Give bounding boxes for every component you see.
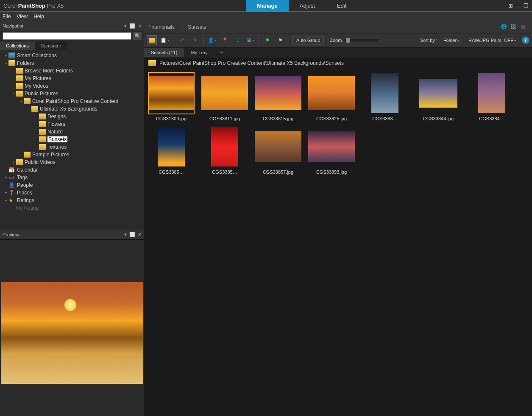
thumb-view-icon[interactable]: ▦ bbox=[521, 24, 528, 31]
tree-item-flowers[interactable]: Flowers bbox=[1, 120, 143, 128]
breadcrumb-path[interactable]: Pictures\Corel PaintShop Pro Creative Co… bbox=[159, 60, 344, 66]
tree-item-people[interactable]: 👤People bbox=[1, 181, 143, 189]
organizer-tab-sunsets[interactable]: Sunsets (11) bbox=[144, 48, 184, 57]
nav-tab-computer[interactable]: Computer bbox=[35, 42, 67, 50]
tree-item-folders[interactable]: −Folders bbox=[1, 59, 143, 67]
panel-menu-icon[interactable]: ▾ bbox=[124, 232, 127, 237]
minimize-icon[interactable]: — bbox=[515, 3, 521, 9]
tree-item-sunsets[interactable]: Sunsets bbox=[1, 136, 143, 143]
folder-view-button[interactable] bbox=[147, 35, 157, 45]
auto-group-button[interactable]: Auto Group bbox=[292, 36, 324, 44]
sort-by-label: Sort by : bbox=[420, 38, 437, 43]
navigation-title: Navigation bbox=[3, 23, 25, 28]
list-view-button[interactable]: 📋 bbox=[159, 35, 170, 45]
zoom-slider[interactable] bbox=[344, 39, 378, 42]
tree-item-places[interactable]: +📍Places bbox=[1, 189, 143, 197]
tree-item-tags[interactable]: +🏷Tags bbox=[1, 174, 143, 181]
maximize-icon[interactable]: ❐ bbox=[524, 3, 529, 9]
tree-label: Designs bbox=[47, 114, 66, 119]
tree-item-ratings[interactable]: −★Ratings bbox=[1, 197, 143, 204]
workspace-icon[interactable]: ⊞ bbox=[508, 3, 513, 9]
tree-item-textures[interactable]: Textures bbox=[1, 143, 143, 151]
preview-panel-header: Preview ▾ ⬜ ✕ bbox=[0, 230, 144, 239]
thumbnail-CGS33825-jpg[interactable]: CGS33825.jpg bbox=[306, 71, 357, 122]
panel-close-icon[interactable]: ✕ bbox=[138, 232, 142, 237]
rotate-right-button[interactable]: ↷ bbox=[189, 35, 200, 45]
image-view-icon[interactable]: 🖼 bbox=[511, 24, 518, 31]
window-controls: ⊞ — ❐ bbox=[508, 3, 532, 9]
tree-item-ultimate-x5-backgrounds[interactable]: −Ultimate X5 Backgrounds bbox=[1, 105, 143, 113]
expander-icon[interactable]: − bbox=[26, 106, 31, 112]
thumbnail-image bbox=[308, 131, 355, 162]
thumbnail-CGS33815-jpg[interactable]: CGS33815.jpg bbox=[253, 71, 304, 122]
panel-pin-icon[interactable]: ⬜ bbox=[129, 23, 135, 29]
rotate-left-button[interactable]: ↶ bbox=[177, 35, 187, 45]
crumb-folder[interactable]: Sunsets bbox=[188, 24, 206, 30]
thumbnail-CGS3385-[interactable]: CGS3385… bbox=[146, 125, 197, 175]
thumbnail-CGS33893-jpg[interactable]: CGS33893.jpg bbox=[306, 125, 357, 175]
tree-label: Tags bbox=[17, 175, 28, 180]
expander-icon[interactable]: − bbox=[3, 197, 8, 203]
tree-item-nature[interactable]: Nature bbox=[1, 128, 143, 136]
thumbnail-CGS33844-jpg[interactable]: CGS33844.jpg bbox=[413, 71, 464, 122]
expander-icon[interactable]: − bbox=[3, 60, 8, 66]
folder-icon bbox=[8, 53, 15, 58]
search-button[interactable]: 🔍 bbox=[133, 32, 142, 40]
tab-adjust[interactable]: Adjust bbox=[289, 0, 326, 11]
tree-item-designs[interactable]: Designs bbox=[1, 113, 143, 120]
thumbnail-label: CGS33857.jpg bbox=[253, 169, 303, 175]
tree-item-browse-more-folders[interactable]: Browse More Folders bbox=[1, 67, 143, 75]
preview-image[interactable] bbox=[1, 282, 143, 384]
info-icon[interactable]: i bbox=[522, 36, 529, 44]
expander-icon[interactable]: + bbox=[11, 159, 16, 165]
menu-view[interactable]: View bbox=[17, 14, 28, 19]
location-button[interactable]: 📍 bbox=[220, 35, 230, 45]
tree-item-corel-paintshop-pro-creative-content[interactable]: −Corel PaintShop Pro Creative Content bbox=[1, 97, 143, 105]
thumbnail-CGS31309-jpg[interactable]: CGS31309.jpg bbox=[146, 71, 197, 122]
expander-icon[interactable]: + bbox=[3, 53, 8, 58]
crumb-thumbnails[interactable]: Thumbnails bbox=[148, 24, 175, 30]
thumbnail-CGS33857-jpg[interactable]: CGS33857.jpg bbox=[253, 125, 304, 175]
tab-manage[interactable]: Manage bbox=[246, 0, 288, 11]
zoom-label: Zoom bbox=[330, 38, 342, 43]
menu-file[interactable]: File bbox=[3, 14, 11, 19]
flag-yellow-button[interactable]: ⚑ bbox=[275, 35, 285, 45]
expander-icon[interactable]: + bbox=[3, 175, 8, 180]
thumbnail-CGS33811-jpg[interactable]: CGS33811.jpg bbox=[199, 71, 250, 122]
nav-tab-collections[interactable]: Collections bbox=[0, 42, 35, 50]
map-view-icon[interactable]: 🌐 bbox=[501, 24, 507, 31]
flag-green-button[interactable]: ⚑ bbox=[262, 35, 273, 45]
tree-item-sample-pictures[interactable]: Sample Pictures bbox=[1, 151, 143, 158]
panel-close-icon[interactable]: ✕ bbox=[138, 23, 142, 29]
organizer-tab-add[interactable]: + bbox=[214, 47, 228, 58]
screen-button[interactable]: 🖥 bbox=[245, 35, 255, 45]
tree-item-public-videos[interactable]: +Public Videos bbox=[1, 158, 143, 166]
thumbnail-image bbox=[419, 79, 457, 108]
people-tag-button[interactable]: 👤 bbox=[207, 35, 217, 45]
expander-icon[interactable]: − bbox=[19, 98, 24, 104]
panel-pin-icon[interactable]: ⬜ bbox=[129, 232, 135, 237]
preview-title: Preview bbox=[3, 232, 19, 237]
tree-item-my-videos[interactable]: My Videos bbox=[1, 82, 143, 90]
search-input[interactable] bbox=[3, 32, 131, 40]
tree-item-public-pictures[interactable]: −Public Pictures bbox=[1, 90, 143, 97]
expander-icon[interactable]: − bbox=[11, 91, 16, 97]
tree-item-my-pictures[interactable]: My Pictures bbox=[1, 75, 143, 82]
tree-item-smart-collections[interactable]: +Smart Collections bbox=[1, 52, 143, 59]
tree-item-calendar[interactable]: 📅Calendar bbox=[1, 166, 143, 174]
sort-by-dropdown[interactable]: Folder bbox=[440, 36, 462, 44]
panel-menu-icon[interactable]: ▾ bbox=[124, 23, 127, 29]
menu-help[interactable]: Help bbox=[33, 14, 44, 19]
thumbnail-CGS3385-[interactable]: CGS3385… bbox=[199, 125, 250, 175]
organizer-tab-mytray[interactable]: My Tray bbox=[184, 48, 214, 57]
thumbnail-label: CGS33815.jpg bbox=[253, 116, 303, 121]
thumbnail-grid[interactable]: CGS31309.jpgCGS33811.jpgCGS33815.jpgCGS3… bbox=[144, 69, 532, 416]
tab-edit[interactable]: Edit bbox=[326, 0, 357, 11]
raw-jpg-dropdown[interactable]: RAW/JPG Pairs: OFF bbox=[465, 36, 519, 44]
thumbnail-CGS3383-[interactable]: CGS3383… bbox=[359, 71, 410, 122]
tree-item-no-rating[interactable]: No Rating bbox=[1, 204, 143, 212]
share-button[interactable]: ⚟ bbox=[232, 35, 242, 45]
folder-tree[interactable]: +Smart Collections−FoldersBrowse More Fo… bbox=[0, 50, 144, 230]
expander-icon[interactable]: + bbox=[3, 190, 8, 196]
thumbnail-CGS3384-[interactable]: CGS3384… bbox=[466, 71, 517, 122]
